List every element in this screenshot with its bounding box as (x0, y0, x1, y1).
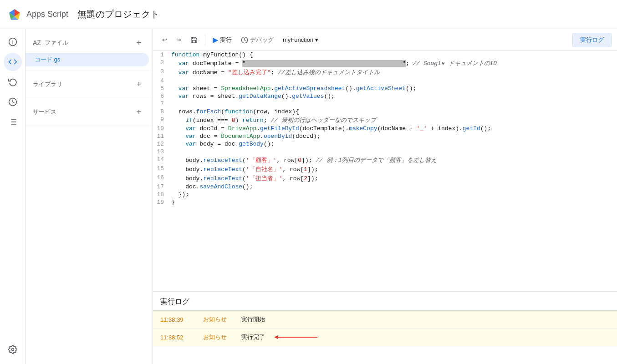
file-panel: AZ ファイル + コード.gs ライブラリ + サービス + (25, 29, 153, 364)
services-label: サービス (33, 108, 56, 116)
logo-area: Apps Script (7, 7, 68, 22)
sidebar-icon-history[interactable] (4, 73, 22, 91)
code-line: var body = doc.getBody(); (171, 140, 617, 148)
line-number: 19 (153, 198, 171, 206)
file-item-code-gs[interactable]: コード.gs (25, 53, 149, 66)
line-number: 16 (153, 174, 171, 183)
table-row: 4 (153, 77, 617, 85)
run-label: 実行 (220, 36, 232, 44)
code-line: body.replaceText('「担当者」', row[2]); (171, 174, 617, 183)
code-line: doc.saveAndClose(); (171, 183, 617, 191)
code-line (171, 100, 617, 108)
undo-button[interactable]: ↩ (158, 33, 171, 47)
run-button[interactable]: ▶ 実行 (209, 33, 235, 47)
line-number: 15 (153, 165, 171, 174)
table-row: 8 rows.forEach(function(row, index){ (153, 108, 617, 116)
log-time-1: 11:38:39 (160, 316, 192, 323)
table-row: 18 }); (153, 191, 617, 198)
sidebar-icon-settings[interactable] (4, 340, 22, 359)
editor-area: ↩ ↪ ▶ 実行 デバッグ myFunction ▾ 実行ログ (153, 29, 617, 364)
svg-marker-18 (274, 335, 278, 339)
code-line: }); (171, 191, 617, 198)
header: Apps Script 無題のプロジェクト (0, 0, 617, 29)
redo-button[interactable]: ↪ (173, 33, 185, 47)
log-message-1: 実行開始 (241, 315, 265, 324)
code-editor[interactable]: 1 function myFunction() { 2 var docTempl… (153, 51, 617, 291)
libraries-label: ライブラリ (33, 80, 62, 88)
line-number: 1 (153, 51, 171, 59)
project-title: 無題のプロジェクト (77, 8, 159, 20)
code-line: if(index === 0) return; // 最初の行はヘッダーなのでス… (171, 116, 617, 125)
line-number: 6 (153, 92, 171, 100)
function-selector[interactable]: myFunction ▾ (279, 33, 322, 47)
save-button[interactable] (187, 33, 201, 47)
line-number: 9 (153, 116, 171, 125)
line-number: 2 (153, 59, 171, 68)
execution-complete-arrow (274, 334, 320, 340)
log-row-2: 11:38:52 お知らせ 実行完了 (153, 329, 617, 346)
table-row: 12 var body = doc.getBody(); (153, 140, 617, 148)
code-line (171, 77, 617, 85)
line-number: 7 (153, 100, 171, 108)
log-type-2: お知らせ (203, 333, 230, 341)
table-row: 19 } (153, 198, 617, 206)
code-line: var docTemplate = " "; // Google ドキュメントの… (171, 59, 617, 68)
run-icon: ▶ (213, 35, 218, 44)
sidebar-icon-code[interactable] (4, 53, 22, 71)
sidebar-icons: i (0, 29, 25, 364)
log-message-2: 実行完了 (241, 333, 320, 341)
table-row: 14 body.replaceText('「顧客」', row[0]); // … (153, 156, 617, 165)
code-table: 1 function myFunction() { 2 var docTempl… (153, 51, 617, 206)
main-layout: i AZ ファイル + コード.gs (0, 29, 617, 364)
line-number: 5 (153, 85, 171, 92)
line-number: 14 (153, 156, 171, 165)
separator-1 (205, 35, 205, 46)
debug-label: デバッグ (250, 36, 274, 44)
line-number: 10 (153, 125, 171, 132)
log-time-2: 11:38:52 (160, 334, 192, 341)
code-line (171, 148, 617, 156)
table-row: 2 var docTemplate = " "; // Google ドキュメン… (153, 59, 617, 68)
table-row: 11 var doc = DocumentApp.openById(docId)… (153, 132, 617, 140)
svg-text:i: i (12, 39, 13, 45)
code-line: body.replaceText('「顧客」', row[0]); // 例：1… (171, 156, 617, 165)
sidebar-icon-trigger[interactable] (4, 93, 22, 111)
line-number: 11 (153, 132, 171, 140)
table-row: 6 var rows = sheet.getDataRange().getVal… (153, 92, 617, 100)
services-header: サービス + (25, 102, 153, 122)
app-title: Apps Script (26, 10, 68, 19)
execution-log-button[interactable]: 実行ログ (572, 33, 612, 47)
debug-button[interactable]: デバッグ (237, 33, 277, 47)
add-library-button[interactable]: + (133, 78, 145, 91)
code-line: var docName = "差し込み完了"; //差し込み後のドキュメントタイ… (171, 68, 617, 77)
table-row: 13 (153, 148, 617, 156)
code-line: } (171, 198, 617, 206)
add-service-button[interactable]: + (133, 106, 145, 118)
log-header: 実行ログ (153, 292, 617, 311)
line-number: 17 (153, 183, 171, 191)
table-row: 17 doc.saveAndClose(); (153, 183, 617, 191)
libraries-header: ライブラリ + (25, 74, 153, 94)
line-number: 4 (153, 77, 171, 85)
sidebar-icon-info[interactable]: i (4, 33, 22, 51)
table-row: 5 var sheet = SpreadsheetApp.getActiveSp… (153, 85, 617, 92)
files-label: ファイル (45, 39, 68, 47)
files-header: AZ ファイル + (25, 33, 153, 53)
add-file-button[interactable]: + (133, 36, 145, 49)
code-line: function myFunction() { (171, 51, 617, 59)
files-section: AZ ファイル + コード.gs (25, 29, 153, 71)
line-number: 18 (153, 191, 171, 198)
table-row: 15 body.replaceText('「自社名」', row[1]); (153, 165, 617, 174)
line-number: 12 (153, 140, 171, 148)
services-section: サービス + (25, 98, 153, 126)
dropdown-icon: ▾ (315, 36, 318, 43)
libraries-section: ライブラリ + (25, 71, 153, 98)
table-row: 9 if(index === 0) return; // 最初の行はヘッダーなの… (153, 116, 617, 125)
sort-icon: AZ (33, 39, 41, 46)
sidebar-icon-executions[interactable] (4, 113, 22, 131)
log-type-1: お知らせ (203, 315, 230, 324)
file-name: コード.gs (35, 56, 60, 64)
code-line: var rows = sheet.getDataRange().getValue… (171, 92, 617, 100)
log-message-text-1: 実行開始 (241, 315, 265, 324)
apps-script-logo (7, 7, 22, 22)
